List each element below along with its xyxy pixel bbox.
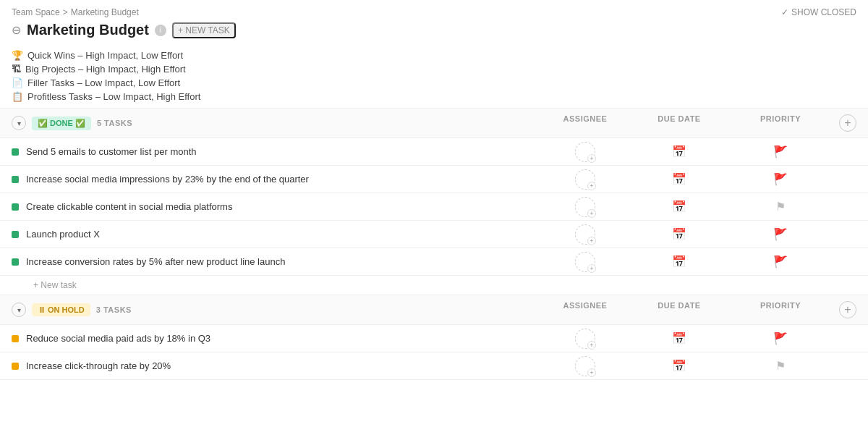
breadcrumb-page: Marketing Budget [71, 7, 139, 17]
quadrant-icon-4: 📋 [12, 91, 23, 102]
assignee-cell: + [538, 356, 632, 376]
quadrant-item: 🏗 Big Projects – High Impact, High Effor… [12, 64, 856, 75]
priority-flag-icon: 🚩 [773, 331, 788, 345]
duedate-cell[interactable]: 📅 [632, 329, 726, 349]
onhold-duedate-header: DUE DATE [632, 301, 726, 318]
priority-cell[interactable]: 🚩 [726, 169, 835, 190]
row-add [835, 329, 856, 349]
table-row: Reduce social media paid ads by 18% in Q… [0, 325, 868, 352]
duedate-cell[interactable]: 📅 [632, 169, 726, 190]
priority-cell[interactable]: 🚩 [726, 329, 835, 349]
task-name[interactable]: Launch product X [26, 229, 538, 240]
done-badge-label: ✅ DONE ✅ [38, 119, 85, 128]
priority-cell[interactable]: ⚑ [726, 356, 835, 376]
onhold-tasks-count: 3 TASKS [96, 305, 132, 314]
avatar[interactable]: + [575, 197, 595, 217]
new-task-button[interactable]: + NEW TASK [172, 22, 236, 38]
onhold-badge: ⏸ ON HOLD [32, 303, 90, 316]
assignee-cell: + [538, 329, 632, 349]
task-status-dot [12, 176, 19, 183]
avatar[interactable]: + [575, 224, 595, 245]
avatar[interactable]: + [575, 329, 595, 349]
onhold-priority-header: PRIORITY [726, 301, 835, 318]
task-name[interactable]: Increase click-through rate by 20% [26, 360, 538, 371]
duedate-cell[interactable]: 📅 [632, 224, 726, 245]
onhold-section: ▾ ⏸ ON HOLD 3 TASKS ASSIGNEE DUE DATE PR… [0, 295, 868, 380]
done-collapse-button[interactable]: ▾ [12, 116, 26, 130]
done-section: ▾ ✅ DONE ✅ 5 TASKS ASSIGNEE DUE DATE PRI… [0, 108, 868, 295]
breadcrumb: Team Space > Marketing Budget [12, 7, 856, 17]
done-add-col: + [835, 114, 856, 132]
show-closed-button[interactable]: ✓ SHOW CLOSED [781, 7, 856, 17]
header: Team Space > Marketing Budget ⊖ Marketin… [0, 0, 868, 38]
add-assignee-icon: + [587, 368, 596, 377]
show-closed-label: SHOW CLOSED [791, 7, 856, 17]
done-header-cols: ASSIGNEE DUE DATE PRIORITY + [538, 114, 856, 132]
done-tasks-count: 5 TASKS [97, 119, 132, 127]
priority-cell[interactable]: 🚩 [726, 252, 835, 272]
calendar-icon: 📅 [672, 255, 686, 269]
calendar-icon: 📅 [672, 227, 686, 241]
task-cols: + 📅 🚩 [538, 329, 856, 349]
avatar[interactable]: + [575, 252, 595, 272]
task-status-dot [12, 363, 19, 370]
row-add [835, 356, 856, 376]
calendar-icon: 📅 [672, 200, 686, 214]
task-cols: + 📅 🚩 [538, 252, 856, 272]
quadrant-label-3: Filler Tasks – Low Impact, Low Effort [27, 77, 180, 88]
task-name[interactable]: Send 5 emails to customer list per month [26, 146, 538, 157]
priority-cell[interactable]: ⚑ [726, 197, 835, 217]
title-row: ⊖ Marketing Budget i + NEW TASK [12, 22, 856, 38]
quadrant-item: 📄 Filler Tasks – Low Impact, Low Effort [12, 77, 856, 88]
breadcrumb-team[interactable]: Team Space [12, 7, 60, 17]
page-title: Marketing Budget [27, 22, 149, 38]
priority-flag-icon: ⚑ [775, 200, 786, 214]
assignee-cell: + [538, 252, 632, 272]
calendar-icon: 📅 [672, 359, 686, 373]
quadrant-label-2: Big Projects – High Impact, High Effort [25, 64, 186, 75]
onhold-collapse-button[interactable]: ▾ [12, 303, 26, 317]
table-row: Create clickable content in social media… [0, 193, 868, 221]
onhold-assignee-header: ASSIGNEE [538, 301, 632, 318]
task-name[interactable]: Reduce social media paid ads by 18% in Q… [26, 333, 538, 344]
duedate-cell[interactable]: 📅 [632, 356, 726, 376]
avatar[interactable]: + [575, 142, 595, 162]
onhold-add-button[interactable]: + [839, 301, 856, 318]
priority-flag-icon: 🚩 [773, 255, 788, 269]
onhold-section-header: ▾ ⏸ ON HOLD 3 TASKS ASSIGNEE DUE DATE PR… [0, 295, 868, 325]
task-status-dot [12, 258, 19, 266]
collapse-icon[interactable]: ⊖ [12, 23, 21, 37]
avatar[interactable]: + [575, 169, 595, 190]
task-name[interactable]: Increase conversion rates by 5% after ne… [26, 256, 538, 267]
done-section-header: ▾ ✅ DONE ✅ 5 TASKS ASSIGNEE DUE DATE PRI… [0, 108, 868, 138]
avatar[interactable]: + [575, 356, 595, 376]
task-status-dot [12, 203, 19, 211]
task-status-dot [12, 231, 19, 238]
calendar-icon: 📅 [672, 172, 686, 186]
done-new-task-label: + New task [33, 280, 77, 290]
breadcrumb-separator: > [63, 7, 68, 17]
row-add [835, 197, 856, 217]
done-add-button[interactable]: + [839, 114, 856, 132]
done-priority-header: PRIORITY [726, 114, 835, 132]
info-icon[interactable]: i [155, 25, 166, 36]
add-assignee-icon: + [587, 154, 596, 163]
quadrant-item: 🏆 Quick Wins – High Impact, Low Effort [12, 50, 856, 61]
duedate-cell[interactable]: 📅 [632, 142, 726, 162]
row-add [835, 224, 856, 245]
assignee-cell: + [538, 169, 632, 190]
quadrant-item: 📋 Profitless Tasks – Low Impact, High Ef… [12, 91, 856, 102]
done-new-task-row[interactable]: + New task [0, 276, 868, 295]
task-name[interactable]: Create clickable content in social media… [26, 201, 538, 212]
priority-cell[interactable]: 🚩 [726, 224, 835, 245]
duedate-cell[interactable]: 📅 [632, 252, 726, 272]
priority-flag-icon: ⚑ [775, 359, 786, 373]
done-assignee-header: ASSIGNEE [538, 114, 632, 132]
add-assignee-icon: + [587, 209, 596, 218]
task-name[interactable]: Increase social media impressions by 23%… [26, 174, 538, 185]
priority-flag-icon: 🚩 [773, 227, 788, 241]
add-assignee-icon: + [587, 264, 596, 273]
priority-cell[interactable]: 🚩 [726, 142, 835, 162]
duedate-cell[interactable]: 📅 [632, 197, 726, 217]
table-row: Increase conversion rates by 5% after ne… [0, 248, 868, 276]
